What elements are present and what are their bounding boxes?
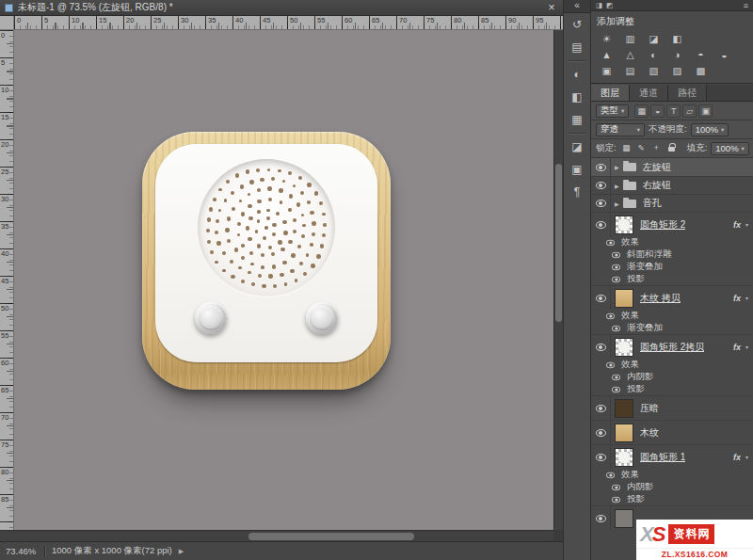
effect-row[interactable]: 内阴影 [591,481,753,493]
layer-visibility-toggle[interactable] [591,177,611,194]
levels-icon[interactable]: ▥ [620,32,640,46]
layer-visibility-toggle[interactable] [591,195,611,212]
layer-row[interactable]: 圆角矩形 2fx▾ [591,212,753,236]
exposure-icon[interactable]: ◧ [667,32,687,46]
black-white-icon[interactable]: ◑ [667,48,687,62]
horizontal-scrollbar[interactable] [0,530,553,541]
fx-badge[interactable]: fx [733,220,741,230]
paragraph-icon[interactable]: ¶ [564,181,590,203]
tab-通道[interactable]: 通道 [630,85,668,101]
layer-thumbnail[interactable] [615,509,633,528]
opacity-select[interactable]: 100% ▾ [691,123,729,136]
fx-collapse-caret[interactable]: ▾ [745,454,748,460]
fx-badge[interactable]: fx [733,343,741,352]
layer-name[interactable]: 圆角矩形 2 [640,218,685,232]
layer-name[interactable]: 圆角矩形 2拷贝 [640,341,704,354]
layer-thumbnail[interactable] [615,424,633,442]
effects-header-row[interactable]: 效果 [591,236,753,248]
blend-mode-select[interactable]: 穿透 ▾ [596,123,645,136]
effects-header-row[interactable]: 效果 [591,310,753,322]
group-expand-caret[interactable]: ▶ [615,200,619,207]
close-document-button[interactable]: × [545,2,558,13]
tab-路径[interactable]: 路径 [668,85,707,101]
adjustments-tab-icon[interactable]: ◨ [596,1,602,10]
layer-row[interactable]: 圆角矩形 2拷贝fx▾ [591,334,753,359]
fx-collapse-caret[interactable]: ▾ [745,344,748,350]
horizontal-scrollbar-thumb[interactable] [248,533,414,540]
layer-visibility-toggle[interactable] [591,286,611,310]
layer-visibility-toggle[interactable] [591,396,611,420]
filter-type-layers-icon[interactable]: T [666,104,681,118]
effect-row[interactable]: 投影 [591,273,753,285]
layer-name[interactable]: 木纹 [640,426,659,440]
document-titlebar[interactable]: 未标题-1 @ 73.5% (左旋钮, RGB/8) * × [0,0,563,16]
brightness-contrast-icon[interactable]: ☀ [597,32,617,46]
effect-visibility-toggle[interactable] [608,276,623,283]
status-expand-arrow-icon[interactable]: ▶ [179,548,184,555]
curves-icon[interactable]: ◪ [644,32,664,46]
layer-row[interactable]: 压暗 [591,395,753,420]
effect-visibility-toggle[interactable] [608,325,623,332]
effect-visibility-toggle[interactable] [602,472,617,479]
filter-smart-objects-icon[interactable]: ▣ [698,104,713,118]
vibrance-icon[interactable]: ▲ [597,48,617,62]
effect-visibility-toggle[interactable] [608,386,623,393]
layer-visibility-toggle[interactable] [591,213,611,236]
styles-icon[interactable]: ◪ [564,136,590,158]
effect-visibility-toggle[interactable] [608,374,623,381]
panel-menu-icon[interactable]: ≡ [744,1,748,10]
gradient-map-icon[interactable]: ▨ [667,64,687,78]
layer-thumbnail[interactable] [615,216,633,234]
threshold-icon[interactable]: ▧ [644,64,664,78]
layer-row[interactable]: 圆角矩形 1fx▾ [591,444,753,469]
effect-row[interactable]: 投影 [591,493,753,505]
layer-visibility-toggle[interactable] [591,335,611,359]
channel-mixer-icon[interactable]: ◒ [714,48,734,62]
tab-图层[interactable]: 图层 [591,85,630,101]
effect-visibility-toggle[interactable] [608,496,623,504]
lock-transparent-pixels-icon[interactable]: ▦ [620,142,633,154]
effect-visibility-toggle[interactable] [602,312,617,320]
history-icon[interactable]: ↺ [564,13,590,36]
layer-visibility-toggle[interactable] [591,506,611,530]
layer-row[interactable]: ▶右旋钮 [591,176,753,194]
layer-thumbnail[interactable] [615,399,633,418]
effect-row[interactable]: 渐变叠加 [591,261,753,273]
invert-icon[interactable]: ▣ [597,64,617,78]
group-expand-caret[interactable]: ▶ [615,164,619,170]
effect-visibility-toggle[interactable] [608,264,623,271]
color-balance-icon[interactable]: ◐ [644,48,664,62]
swatches-icon[interactable]: ▦ [564,108,590,131]
vertical-scrollbar[interactable] [553,30,563,530]
effect-row[interactable]: 内阴影 [591,371,753,383]
effect-visibility-toggle[interactable] [602,361,617,369]
fill-select[interactable]: 100% ▾ [711,142,749,155]
effect-row[interactable]: 斜面和浮雕 [591,248,753,261]
info-icon[interactable]: ◐ [564,63,590,86]
filter-adjustment-layers-icon[interactable]: ◒ [650,104,665,118]
layer-name[interactable]: 压暗 [640,402,659,415]
effect-visibility-toggle[interactable] [608,251,623,259]
layer-name[interactable]: 木纹 拷贝 [640,292,681,305]
posterize-icon[interactable]: ▤ [620,64,640,78]
vertical-scrollbar-thumb[interactable] [555,164,562,322]
collapse-panels-icon[interactable]: « [564,0,590,13]
layer-thumbnail[interactable] [615,338,633,357]
layer-row[interactable]: 木纹 [591,420,753,444]
layer-visibility-toggle[interactable] [591,445,611,469]
brush-icon[interactable]: ▣ [564,158,590,181]
fx-collapse-caret[interactable]: ▾ [745,221,748,228]
lock-image-pixels-icon[interactable]: ✎ [635,142,648,154]
effects-header-row[interactable]: 效果 [591,359,753,371]
layer-name[interactable]: 圆角矩形 1 [640,451,685,464]
photo-filter-icon[interactable]: ◓ [691,48,711,62]
layer-name[interactable]: 左旋钮 [643,161,671,174]
fx-badge[interactable]: fx [733,453,741,462]
color-icon[interactable]: ◧ [564,86,590,108]
selective-color-icon[interactable]: ▩ [691,64,711,78]
effects-header-row[interactable]: 效果 [591,469,753,481]
effect-visibility-toggle[interactable] [602,239,617,247]
fx-badge[interactable]: fx [733,294,741,303]
styles-tab-icon[interactable]: ◩ [606,1,613,10]
layer-row[interactable]: ▶左旋钮 [591,158,753,176]
